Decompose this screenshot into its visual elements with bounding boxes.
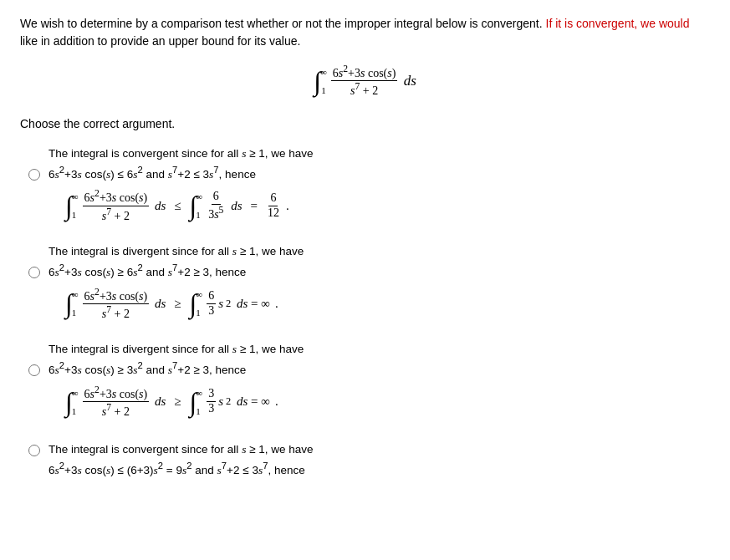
option-1-radio[interactable]	[28, 169, 40, 181]
option-1-text: The integral is convergent since for all…	[48, 145, 710, 183]
intro-highlighted: If it is convergent, we would	[546, 17, 690, 30]
options-container: The integral is convergent since for all…	[20, 145, 710, 479]
option-3-row: The integral is divergent since for all …	[28, 341, 710, 420]
ds-label: ds	[400, 73, 416, 89]
option-4-text: The integral is convergent since for all…	[48, 441, 710, 479]
option-2-math: ∫ ∞ 1 6s2+3s cos(s) s7 + 2 ds ≥ ∫ ∞	[65, 287, 710, 322]
option-2-radio[interactable]	[28, 267, 40, 278]
option-4-radio[interactable]	[28, 445, 40, 456]
option-1-content: The integral is convergent since for all…	[48, 145, 710, 225]
option-3-content: The integral is divergent since for all …	[48, 341, 710, 420]
option-4-content: The integral is convergent since for all…	[48, 440, 710, 479]
integrand-fraction: 6s2+3s cos(s) s7 + 2	[331, 64, 398, 99]
intro-text-2: like in addition to provide an upper bou…	[20, 34, 300, 48]
option-2-text: The integral is divergent since for all …	[48, 243, 710, 281]
choose-label: Choose the correct argument.	[20, 117, 710, 130]
intro-text-1: We wish to determine by a comparison tes…	[20, 17, 543, 30]
option-1-math: ∫ ∞ 1 6s2+3s cos(s) s7 + 2 ds ≤ ∫ ∞	[65, 188, 710, 223]
option-4-row: The integral is convergent since for all…	[28, 440, 710, 479]
option-3-radio[interactable]	[28, 364, 40, 376]
integral-limits: ∞ 1	[320, 67, 327, 95]
intro-paragraph: We wish to determine by a comparison tes…	[20, 15, 710, 50]
option-3-math: ∫ ∞ 1 6s2+3s cos(s) s7 + 2 ds ≥ ∫ ∞	[65, 384, 710, 420]
option-2-content: The integral is divergent since for all …	[48, 243, 710, 323]
option-3-text: The integral is divergent since for all …	[48, 341, 710, 379]
option-1-row: The integral is convergent since for all…	[28, 145, 710, 225]
main-integral-display: ∫ ∞ 1 6s2+3s cos(s) s7 + 2 ds	[20, 64, 710, 99]
option-2-row: The integral is divergent since for all …	[28, 243, 710, 323]
